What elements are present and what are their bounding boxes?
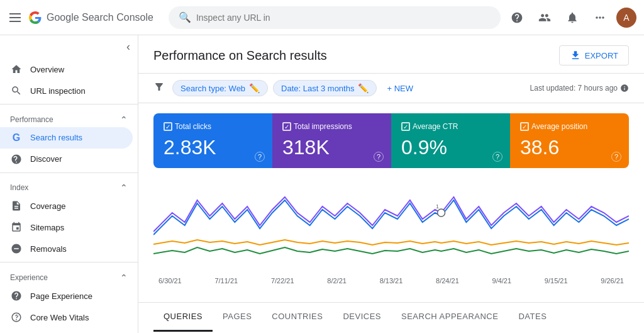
chevron-left-icon: ‹ xyxy=(126,40,130,54)
chart-label-7: 9/15/21 xyxy=(545,277,568,285)
tab-queries-label: QUERIES xyxy=(164,312,203,321)
stat-clicks-checkbox: ✓ xyxy=(164,122,172,131)
sidebar-item-page-experience[interactable]: Page Experience xyxy=(0,285,133,307)
sidebar-item-search-results[interactable]: G Search results xyxy=(0,127,133,149)
tab-countries-label: COUNTRIES xyxy=(272,312,323,321)
search-icon: 🔍 xyxy=(179,11,191,23)
section-index: Index ⌃ xyxy=(0,175,138,195)
stat-clicks-help[interactable]: ? xyxy=(255,152,265,162)
menu-icon[interactable] xyxy=(8,10,23,25)
filter-icon xyxy=(153,81,165,96)
tab-dates-label: DATES xyxy=(518,312,547,321)
chart-label-4: 8/13/21 xyxy=(380,277,403,285)
stat-impressions-help[interactable]: ? xyxy=(374,152,384,162)
stat-impressions-checkbox: ✓ xyxy=(282,122,291,131)
date-filter[interactable]: Date: Last 3 months ✏️ xyxy=(273,80,377,96)
section-experience: Experience ⌃ xyxy=(0,265,138,285)
tab-queries[interactable]: QUERIES xyxy=(153,303,213,332)
export-button[interactable]: EXPORT xyxy=(559,45,629,65)
stat-total-impressions[interactable]: ✓ Total impressions 318K ? xyxy=(272,113,391,168)
removals-icon xyxy=(10,243,23,254)
coverage-icon xyxy=(10,200,23,212)
url-search-bar[interactable]: 🔍 xyxy=(169,6,501,29)
sidebar-item-coverage[interactable]: Coverage xyxy=(0,195,133,217)
search-type-label: Search type: Web xyxy=(180,84,245,93)
sidebar-item-overview[interactable]: Overview xyxy=(0,59,133,80)
chart-label-5: 8/24/21 xyxy=(436,277,459,285)
stat-position-checkbox: ✓ xyxy=(520,122,529,131)
tab-devices[interactable]: DEVICES xyxy=(333,303,391,332)
sidebar-item-url-inspection[interactable]: URL inspection xyxy=(0,80,133,101)
home-icon xyxy=(10,64,23,75)
topbar-actions: A xyxy=(506,6,636,29)
sitemaps-icon xyxy=(10,222,23,233)
help-icon[interactable] xyxy=(506,6,528,29)
sidebar-label-search-results: Search results xyxy=(30,133,82,142)
app-logo: Google Search Console xyxy=(28,10,153,25)
sidebar-label-sitemaps: Sitemaps xyxy=(30,223,64,232)
google-logo-icon xyxy=(28,10,43,25)
core-web-vitals-icon xyxy=(10,312,23,323)
index-collapse-icon[interactable]: ⌃ xyxy=(120,183,128,193)
last-updated-text: Last updated: 7 hours ago xyxy=(530,84,618,93)
chart-label-6: 9/4/21 xyxy=(492,277,512,285)
stat-ctr-help[interactable]: ? xyxy=(492,152,502,162)
stat-ctr-checkbox: ✓ xyxy=(401,122,410,131)
section-performance: Performance ⌃ xyxy=(0,107,138,127)
sidebar-collapse[interactable]: ‹ xyxy=(0,35,138,59)
stat-clicks-value: 2.83K xyxy=(164,136,262,159)
sidebar-item-core-web-vitals[interactable]: Core Web Vitals xyxy=(0,307,133,328)
tab-search-appearance[interactable]: SEARCH APPEARANCE xyxy=(391,303,508,332)
sidebar-label-overview: Overview xyxy=(30,65,64,74)
section-experience-label: Experience xyxy=(10,273,48,282)
page-experience-icon xyxy=(10,290,23,302)
date-label: Date: Last 3 months xyxy=(281,84,354,93)
sidebar-label-core-web-vitals: Core Web Vitals xyxy=(30,313,89,322)
section-index-label: Index xyxy=(10,183,28,192)
performance-chart[interactable]: 1 6/30/21 7/11/21 7/22/21 8/2/21 8/13/21… xyxy=(153,168,629,300)
chart-x-labels: 6/30/21 7/11/21 7/22/21 8/2/21 8/13/21 8… xyxy=(153,274,629,290)
sidebar-label-page-experience: Page Experience xyxy=(30,291,92,301)
sidebar-label-removals: Removals xyxy=(30,244,67,254)
stat-ctr-title: ✓ Average CTR xyxy=(401,122,500,131)
sidebar: ‹ Overview URL inspection Performance ⌃ … xyxy=(0,35,138,333)
stat-average-position[interactable]: ✓ Average position 38.6 ? xyxy=(510,113,629,168)
chart-label-0: 6/30/21 xyxy=(158,277,182,285)
experience-collapse-icon[interactable]: ⌃ xyxy=(120,273,128,283)
stat-ctr-value: 0.9% xyxy=(401,136,500,159)
stat-impressions-title: ✓ Total impressions xyxy=(282,122,381,131)
apps-icon[interactable] xyxy=(589,6,611,29)
main-content: Performance on Search results EXPORT Sea… xyxy=(138,35,644,333)
chart-label-8: 9/26/21 xyxy=(601,277,624,285)
sidebar-item-discover[interactable]: Discover xyxy=(0,149,133,170)
performance-collapse-icon[interactable]: ⌃ xyxy=(120,115,128,125)
stat-total-clicks[interactable]: ✓ Total clicks 2.83K ? xyxy=(153,113,272,168)
notifications-icon[interactable] xyxy=(561,6,584,29)
section-performance-label: Performance xyxy=(10,115,53,124)
sidebar-item-sitemaps[interactable]: Sitemaps xyxy=(0,217,133,238)
page-title: Performance on Search results xyxy=(153,48,327,63)
chart-tooltip-marker[interactable] xyxy=(438,209,445,217)
bottom-tabs: QUERIES PAGES COUNTRIES DEVICES SEARCH A… xyxy=(138,302,644,332)
url-search-input[interactable] xyxy=(196,13,491,23)
manage-property-icon[interactable] xyxy=(533,6,556,29)
tab-dates[interactable]: DATES xyxy=(508,303,557,332)
stat-average-ctr[interactable]: ✓ Average CTR 0.9% ? xyxy=(391,113,510,168)
new-filter-button[interactable]: + NEW xyxy=(382,81,418,96)
tab-search-appearance-label: SEARCH APPEARANCE xyxy=(401,312,498,321)
tab-pages-label: PAGES xyxy=(223,312,252,321)
tab-countries[interactable]: COUNTRIES xyxy=(262,303,333,332)
info-icon xyxy=(620,84,629,93)
chart-svg: 1 xyxy=(153,178,629,273)
search-type-filter[interactable]: Search type: Web ✏️ xyxy=(172,80,268,96)
discover-icon xyxy=(10,154,23,165)
tab-pages[interactable]: PAGES xyxy=(213,303,262,332)
date-edit-icon: ✏️ xyxy=(358,83,369,93)
last-updated: Last updated: 7 hours ago xyxy=(530,84,629,93)
stats-cards: ✓ Total clicks 2.83K ? ✓ Total impressio… xyxy=(153,113,629,168)
user-avatar[interactable]: A xyxy=(616,8,636,28)
sidebar-item-removals[interactable]: Removals xyxy=(0,238,133,259)
filters-bar: Search type: Web ✏️ Date: Last 3 months … xyxy=(138,74,644,103)
stat-position-help[interactable]: ? xyxy=(611,152,621,162)
app-layout: ‹ Overview URL inspection Performance ⌃ … xyxy=(0,35,644,333)
